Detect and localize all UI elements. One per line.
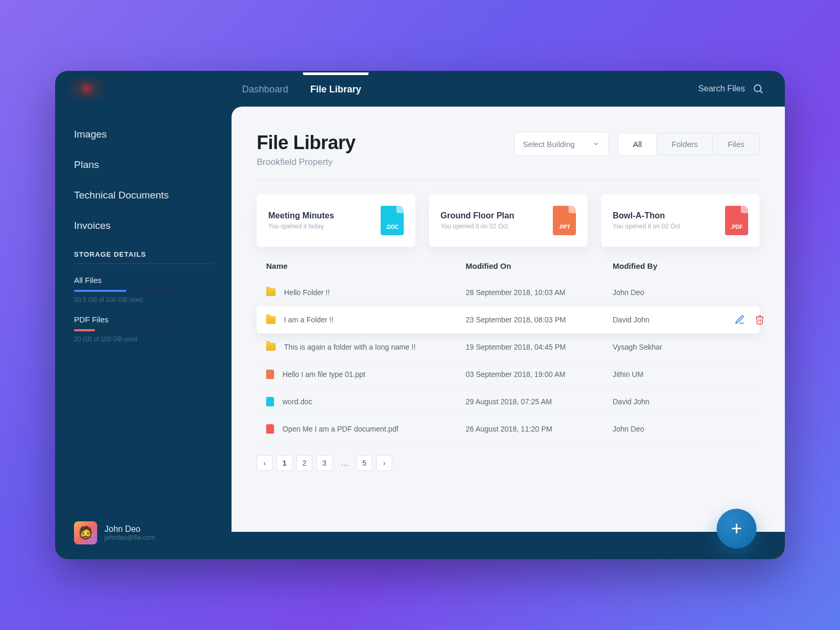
folder-icon [266,288,276,296]
file-type-icon: .PPT [553,206,576,235]
sidebar-item-technical-documents[interactable]: Technical Documents [74,180,213,211]
pager-page[interactable]: 1 [277,455,292,471]
search-icon [752,83,764,94]
card-subtitle: You opened it on 02 Oct [613,223,680,230]
sidebar: ImagesPlansTechnical DocumentsInvoices S… [55,107,232,559]
app-logo [72,80,101,98]
storage-info: 50.5 GB of 100 GB used [74,296,213,303]
row-modified: 26 August 2018, 11:20 PM [466,425,613,433]
row-name: Open Me I am a PDF document.pdf [282,425,398,433]
file-icon [266,370,274,379]
pager-page[interactable]: 5 [356,455,372,471]
row-by: John Deo [613,425,718,433]
svg-line-1 [760,91,762,93]
pagination: ‹123…5› [257,455,760,471]
tab-dashboard[interactable]: Dashboard [242,72,288,106]
topbar-tabs: DashboardFile Library [242,72,361,106]
search-label: Search Files [698,84,745,93]
file-type-icon: .DOC [381,206,404,235]
footer-bar [232,532,785,559]
card-title: Bowl-A-Thon [613,211,680,220]
sidebar-item-plans[interactable]: Plans [74,150,213,180]
col-modified: Modified On [466,261,613,270]
table-row[interactable]: Open Me I am a PDF document.pdf 26 Augus… [257,415,760,443]
file-icon [266,397,274,406]
sidebar-item-images[interactable]: Images [74,119,213,150]
storage-title: STORAGE DETAILS [74,250,213,264]
edit-icon[interactable] [734,314,745,325]
card-title: Ground Floor Plan [440,211,514,220]
storage-bar [74,329,179,331]
segment-files[interactable]: Files [712,133,759,155]
table-row[interactable]: Hello Folder !! 28 September 2018, 10:03… [257,279,760,306]
recent-card[interactable]: Ground Floor Plan You opened it on 02 Oc… [429,194,587,247]
recent-card[interactable]: Meeting Minutes You opened it today .DOC [257,194,415,247]
topbar: DashboardFile Library Search Files [55,71,785,107]
row-name: Hello Folder !! [284,288,330,297]
row-modified: 23 September 2018, 08:03 PM [466,316,613,324]
table-row[interactable]: I am a Folder !! 23 September 2018, 08:0… [257,306,760,333]
recent-card[interactable]: Bowl-A-Thon You opened it on 02 Oct .PDF [601,194,760,247]
svg-point-0 [754,85,761,92]
row-by: David John [613,316,718,324]
row-by: Vysagh Sekhar [613,343,718,351]
page-subtitle: Brookfield Property [257,157,355,167]
pager-prev[interactable]: ‹ [257,455,272,471]
recent-cards: Meeting Minutes You opened it today .DOC… [257,194,760,247]
col-by: Modified By [613,261,718,270]
row-name: word.doc [282,397,312,406]
chevron-down-icon [592,140,600,148]
file-table: Name Modified On Modified By Hello Folde… [257,261,760,443]
card-title: Meeting Minutes [268,211,334,220]
sidebar-item-invoices[interactable]: Invoices [74,211,213,241]
storage-all-files: All Files 50.5 GB of 100 GB used [74,276,213,303]
row-by: Jithin UM [613,370,718,379]
filter-segment: AllFoldersFiles [618,133,760,155]
file-icon [266,424,274,434]
storage-label: PDF Files [74,315,213,324]
col-name: Name [266,261,466,270]
app-window: DashboardFile Library Search Files Image… [55,71,785,559]
user-email: johndeo@file.com [104,534,155,541]
row-modified: 03 September 2018, 19:00 AM [466,370,613,379]
row-name: Hello I am file type 01.ppt [282,370,365,379]
storage-pdf-files: PDF Files 20 GB of 100 GB used [74,315,213,343]
row-by: John Deo [613,288,718,297]
search-button[interactable]: Search Files [698,83,764,94]
table-row[interactable]: Hello I am file type 01.ppt 03 September… [257,361,760,388]
folder-icon [266,343,276,351]
folder-icon [266,316,276,324]
avatar: 🧔 [74,521,97,544]
file-type-icon: .PDF [725,206,748,235]
table-row[interactable]: This is again a folder with a long name … [257,333,760,361]
add-fab[interactable]: + [717,509,757,549]
storage-bar [74,290,179,292]
row-by: David John [613,397,718,406]
storage-label: All Files [74,276,213,285]
main: File Library Brookfield Property Select … [232,107,785,559]
table-header: Name Modified On Modified By [257,261,760,279]
pager-page: … [337,455,352,471]
card-subtitle: You opened it on 02 Oct [440,223,514,230]
pager-next[interactable]: › [376,455,392,471]
page-title: File Library [257,132,355,154]
table-row[interactable]: word.doc 29 August 2018, 07:25 AM David … [257,388,760,415]
row-modified: 29 August 2018, 07:25 AM [466,397,613,406]
delete-icon[interactable] [754,314,765,325]
body: ImagesPlansTechnical DocumentsInvoices S… [55,107,785,559]
card-subtitle: You opened it today [268,223,334,230]
pager-page[interactable]: 2 [297,455,312,471]
tab-file-library[interactable]: File Library [310,72,361,106]
row-modified: 19 September 2018, 04:45 PM [466,343,613,351]
row-modified: 28 September 2018, 10:03 AM [466,288,613,297]
segment-all[interactable]: All [618,133,657,155]
segment-folders[interactable]: Folders [656,133,712,155]
page-header: File Library Brookfield Property Select … [257,132,760,181]
user-name: John Deo [104,524,155,534]
row-name: I am a Folder !! [284,316,333,324]
pager-page[interactable]: 3 [317,455,332,471]
building-select[interactable]: Select Building [514,132,608,156]
user-block[interactable]: 🧔 John Deo johndeo@file.com [74,521,213,544]
row-name: This is again a folder with a long name … [284,343,416,351]
storage-info: 20 GB of 100 GB used [74,335,213,343]
